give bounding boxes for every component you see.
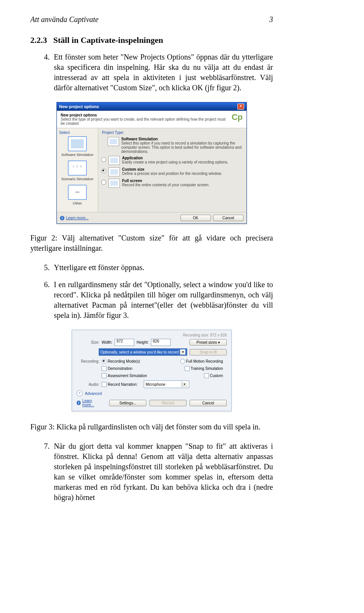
- width-label: Width:: [102, 340, 112, 344]
- captivate-logo-icon: Cp: [229, 113, 243, 121]
- learn-more-link[interactable]: i Learn more...: [77, 399, 103, 407]
- radio-icon[interactable]: [101, 168, 106, 173]
- step-6: I en rullgardinsmeny står det "Optionall…: [52, 280, 273, 321]
- page-number: 3: [269, 15, 273, 24]
- radio-icon: [180, 359, 185, 364]
- option-software-simulation: Software Simulation Select this option i…: [101, 137, 243, 154]
- learn-more-link[interactable]: i Learn more...: [60, 216, 88, 220]
- option-full-screen[interactable]: Full screen Record the entire contents o…: [101, 179, 243, 188]
- scenario-icon: [68, 160, 87, 176]
- checkbox-icon: [102, 382, 107, 387]
- figure3-caption: Figur 3: Klicka på rullgardinslisten och…: [30, 422, 273, 432]
- training-simulation-checkbox[interactable]: Training Simulation: [185, 366, 223, 371]
- full-motion-radio[interactable]: Full Motion Recording: [180, 359, 223, 364]
- chevron-down-icon: v: [77, 390, 83, 396]
- section-heading: 2.2.3 Ställ in Captivate-inspelningen: [30, 35, 273, 45]
- other-icon: [68, 185, 87, 200]
- ok-button[interactable]: OK: [180, 215, 211, 221]
- left-item-software-simulation[interactable]: Software Simulation: [58, 136, 96, 157]
- figure2-caption: Figur 2: Välj alternativet "Custom size"…: [30, 233, 273, 253]
- assessment-simulation-checkbox[interactable]: Assessment Simulation: [102, 373, 147, 378]
- custom-size-icon: [108, 167, 120, 176]
- checkbox-icon: [185, 366, 190, 371]
- size-label: Size:: [77, 340, 99, 344]
- chevron-down-icon[interactable]: ▾: [182, 382, 187, 387]
- audio-label: Audio:: [77, 382, 99, 387]
- radio-icon[interactable]: [101, 157, 106, 162]
- recording-size-label: Recording size: 972 x 826: [77, 333, 227, 339]
- right-panel-header: Project Type:: [101, 130, 243, 137]
- close-icon[interactable]: ×: [237, 104, 244, 110]
- info-icon: i: [60, 216, 64, 220]
- record-button[interactable]: Record: [149, 400, 187, 406]
- custom-checkbox[interactable]: Custom: [204, 373, 223, 378]
- checkbox-icon: [102, 373, 107, 378]
- step-5: Ytterligare ett fönster öppnas.: [52, 262, 273, 273]
- preset-sizes-button[interactable]: Preset sizes ▾: [190, 339, 227, 346]
- radio-icon[interactable]: [101, 180, 106, 185]
- select-window-dropdown[interactable]: Optionally, select a window you'd like t…: [99, 348, 187, 356]
- recording-modes-radio[interactable]: Recording Mode(s): [102, 359, 140, 364]
- monitor-icon: [68, 136, 87, 151]
- cancel-button[interactable]: Cancel: [213, 215, 243, 221]
- settings-button[interactable]: Settings...: [109, 400, 146, 406]
- fullscreen-icon: [108, 179, 120, 188]
- height-input[interactable]: 826: [151, 339, 171, 346]
- left-item-scenario-simulation[interactable]: Scenario Simulation: [58, 160, 96, 181]
- step-7: När du gjort detta val kommer knappen "S…: [52, 441, 273, 503]
- left-panel-header: Select: [58, 130, 96, 136]
- advanced-toggle[interactable]: v Advanced: [77, 390, 227, 396]
- cancel-button[interactable]: Cancel: [190, 400, 227, 406]
- option-custom-size[interactable]: Custom size Define a precise size and po…: [101, 167, 243, 176]
- radio-icon: [102, 359, 107, 364]
- left-item-other[interactable]: Other: [58, 185, 96, 205]
- demonstration-checkbox[interactable]: Demonstration: [102, 366, 132, 371]
- dialog-subdesc: Select the type of project you want to c…: [61, 117, 229, 126]
- step-4: Ett fönster som heter "New Projects Opti…: [52, 52, 273, 93]
- checkbox-icon: [204, 373, 209, 378]
- audio-source-dropdown[interactable]: Microphone ▾: [144, 380, 189, 388]
- snap-to-fit-button[interactable]: Snap to fit: [190, 349, 227, 355]
- dialog-title: New project options: [59, 104, 99, 109]
- record-narration-checkbox[interactable]: Record Narration:: [102, 382, 138, 387]
- width-input[interactable]: 972: [115, 339, 134, 346]
- page-title: Att använda Captivate: [30, 15, 99, 24]
- info-icon: i: [77, 401, 81, 405]
- application-icon: [108, 156, 120, 165]
- option-application[interactable]: Application Easily create a new project …: [101, 156, 243, 165]
- recording-settings-dialog: Recording size: 972 x 826 Size: Width: 9…: [72, 330, 232, 411]
- dialog-subtitle: New project options: [61, 113, 229, 117]
- height-label: Height:: [136, 340, 149, 344]
- monitor-icon: [108, 137, 119, 146]
- new-project-options-dialog: New project options × New project option…: [56, 102, 247, 224]
- recording-label: Recording:: [77, 359, 99, 363]
- chevron-down-icon[interactable]: ▾: [180, 349, 185, 355]
- checkbox-icon: [102, 366, 107, 371]
